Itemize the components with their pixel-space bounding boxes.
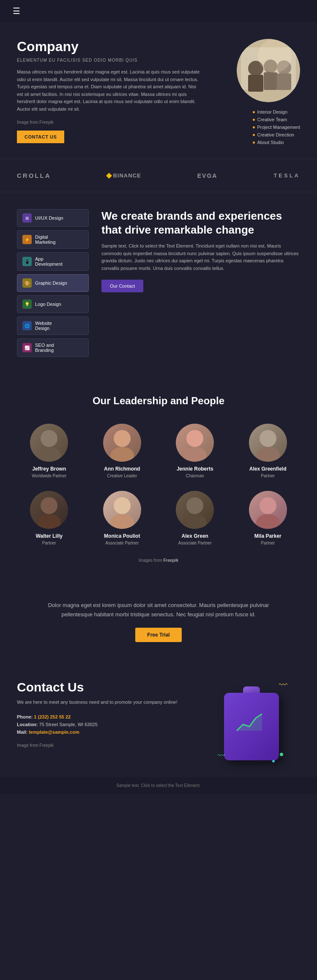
person-role-mila: Partner [261,541,275,545]
clipboard-illustration: 〰 〰 [216,680,292,765]
service-btn-seo[interactable]: 📈 SEO andBranding [17,338,89,357]
person-name-walter: Walter Lilly [36,533,63,539]
services-left: ⊞ UI/UX Design ⚡ DigitalMarketing 📱 AppD… [17,209,89,357]
our-contact-button[interactable]: Our Contact [101,280,143,292]
avatar-jeffrey [30,424,68,462]
svg-point-17 [41,497,57,514]
cta-text: Dolor magna eget est lorem ipsum dolor s… [34,601,283,619]
nav-item-creative[interactable]: Creative Team [253,116,301,123]
contact-us-button[interactable]: CONTACT US [17,131,64,143]
leadership-title: Our Leadership and People [17,395,300,407]
free-trial-button[interactable]: Free Trial [135,628,181,642]
person-name-monica: Monica Pouliot [104,533,140,539]
avatar-mila [249,491,287,529]
contact-location: Location: 75 Street Sample, WI 63025 [17,722,194,727]
app-icon: 📱 [22,257,32,266]
clipboard-body [224,693,279,760]
contact-left: Contact Us We are here to meet any busin… [17,680,194,765]
person-role-alex-g: Partner [261,474,275,478]
hamburger-icon[interactable]: ☰ [13,6,20,16]
nav-item-direction[interactable]: Creative Direction [253,131,301,139]
svg-point-22 [183,514,207,529]
avatar-monica [103,491,141,529]
website-icon: 🌐 [22,321,32,330]
contact-title: Contact Us [17,680,194,694]
contact-image-credit: Image from Freepik [17,743,194,748]
people-grid: Jeffrey Brown Worldwide Partner Ann Rich… [17,424,300,545]
deco-dot-teal [272,760,275,762]
contact-desc: We are here to meet any business need an… [17,699,194,706]
person-role-jennie: Chairman [186,474,204,478]
person-name-alex-g: Alex Greenfield [249,466,287,472]
svg-point-19 [114,497,131,514]
hero-body: Massa ultrices mi quis hendrerit dolor m… [17,68,203,113]
image-credit: Image from Freepik [17,120,203,125]
hero-left: Company ELEMENTUM EU FACILISIS SED ODIO … [17,39,203,146]
footer: Sample text. Click to select the Text El… [0,777,317,794]
service-btn-website[interactable]: 🌐 WebsiteDesign [17,316,89,335]
nav-item-project[interactable]: Project Management [253,123,301,131]
graphic-icon: 🎨 [22,278,32,288]
person-mila-parker: Mila Parker Partner [236,491,301,545]
svg-point-16 [256,447,280,462]
person-name-jennie: Jennie Roberts [177,466,213,472]
person-jennie-roberts: Jennie Roberts Chairman [163,424,227,478]
uiux-icon: ⊞ [22,213,32,223]
deco-dot-green [280,753,283,756]
contact-phone: Phone: 1 (232) 252 55 22 [17,714,194,719]
svg-point-20 [110,514,134,529]
service-btn-uiux[interactable]: ⊞ UI/UX Design [17,209,89,227]
leadership-section: Our Leadership and People Jeffrey Brown … [0,374,317,575]
person-name-jeffrey: Jeffrey Brown [32,466,66,472]
phone-link[interactable]: 1 (232) 252 55 22 [34,714,71,719]
svg-point-18 [37,514,61,529]
svg-rect-7 [277,74,291,90]
nav-bar: ☰ [0,0,317,22]
services-body: Sample text. Click to select the Text El… [101,242,300,272]
person-role-monica: Associate Partner [105,541,139,545]
person-name-alex-green: Alex Green [182,533,208,539]
email-link[interactable]: template@sample.com [29,730,79,735]
person-ann-richmond: Ann Richmond Creative Leader [90,424,155,478]
contact-section: Contact Us We are here to meet any busin… [0,663,317,777]
brand-binance: BINANCE [107,172,141,179]
deco-squiggle-bottom: 〰 [218,751,225,760]
hero-right: Interior Design Creative Team Project Ma… [216,39,300,146]
brand-crolla: CROLLA [17,172,51,179]
services-headline: We create brands and experiences that dr… [101,209,300,237]
service-btn-digital[interactable]: ⚡ DigitalMarketing [17,230,89,249]
contact-mail: Mail: template@sample.com [17,730,194,735]
logo-icon: 💡 [22,299,32,309]
service-btn-graphic[interactable]: 🎨 Graphic Design [17,274,89,292]
cta-section: Dolor magna eget est lorem ipsum dolor s… [0,575,317,663]
svg-rect-3 [248,75,263,92]
seo-icon: 📈 [22,343,32,352]
services-section: ⊞ UI/UX Design ⚡ DigitalMarketing 📱 AppD… [0,192,317,374]
hero-title: Company [17,39,203,54]
avatar-ann [103,424,141,462]
person-alex-greenfield: Alex Greenfield Partner [236,424,301,478]
hero-nav-list: Interior Design Creative Team Project Ma… [253,108,301,146]
avatar-jennie [176,424,214,462]
services-right: We create brands and experiences that dr… [101,209,300,357]
nav-item-interior[interactable]: Interior Design [253,108,301,116]
svg-rect-8 [258,39,292,73]
footer-text: Sample text. Click to select the Text El… [116,783,201,788]
svg-point-10 [37,447,61,462]
images-credit: Images from Freepik [17,558,300,563]
person-role-ann: Creative Leader [107,474,137,478]
person-role-alex-green: Associate Partner [178,541,212,545]
service-btn-app[interactable]: 📱 AppDevelopment [17,252,89,271]
nav-item-studio[interactable]: About Studio [253,139,301,146]
svg-point-15 [260,430,276,447]
hero-section: Company ELEMENTUM EU FACILISIS SED ODIO … [0,22,317,159]
brand-evga: EVGA [197,172,218,179]
brand-tesla: TESLA [273,172,300,179]
svg-point-12 [110,447,134,462]
service-btn-logo[interactable]: 💡 Logo Design [17,295,89,313]
brands-section: CROLLA BINANCE EVGA TESLA [0,159,317,192]
avatar-alex-g [249,424,287,462]
person-walter-lilly: Walter Lilly Partner [17,491,82,545]
contact-info: Phone: 1 (232) 252 55 22 Location: 75 St… [17,714,194,735]
svg-point-11 [114,430,131,447]
